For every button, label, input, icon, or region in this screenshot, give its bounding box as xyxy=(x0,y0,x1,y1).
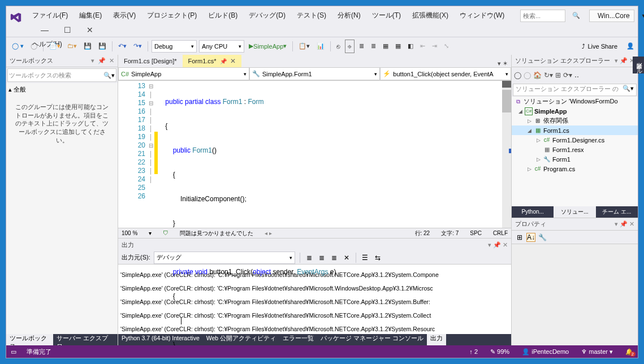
save-all-button[interactable]: 💾 xyxy=(96,40,109,53)
search-input[interactable] xyxy=(520,10,565,22)
maximize-button[interactable]: ☐ xyxy=(56,23,79,37)
diagnostics-tab[interactable]: 診断ツール xyxy=(633,57,644,73)
props-events-icon[interactable]: 🔧 xyxy=(538,233,547,242)
menu-view[interactable]: 表示(V) xyxy=(107,8,141,23)
status-ready-icon: ▭ xyxy=(11,348,16,356)
menu-extensions[interactable]: 拡張機能(X) xyxy=(407,8,454,23)
status-notifications-icon[interactable]: 🔔2 xyxy=(625,348,633,356)
toolbox-search[interactable]: ツールボックスの検索 🔍▾ xyxy=(7,68,116,82)
navigate-forward-button: ◯ xyxy=(28,40,40,53)
se-collapse-icon[interactable]: ‥ xyxy=(574,71,579,79)
btn-a: ⇤ xyxy=(418,40,427,53)
status-bar: ▭ 準備完了 ↑ 2 ✎ 99% 👤 iPentecDemo ♆ master … xyxy=(6,345,638,358)
props-sort-icon[interactable]: A↓ xyxy=(526,233,535,242)
navigate-back-button[interactable]: ◯ ▾ xyxy=(10,40,26,53)
code-editor[interactable]: 1314151617181920212223242526 ⊟│⊟││││⊟│││… xyxy=(118,81,511,228)
se-tab-team[interactable]: チーム エ... xyxy=(596,206,638,218)
se-fwd-icon[interactable]: ◯ xyxy=(524,71,531,79)
props-category-icon[interactable]: ⊞ xyxy=(515,233,524,242)
solution-explorer-search[interactable]: ソリューション エクスプローラー の🔍▾ xyxy=(513,84,637,96)
tab-toolbox[interactable]: ツールボックス xyxy=(6,334,53,345)
line-numbers: 1314151617181920212223242526 xyxy=(118,81,148,228)
window-title: Win...Core▼ xyxy=(589,10,634,22)
start-button[interactable]: ▶ SimpleApp ▾ xyxy=(247,40,289,53)
indent-button[interactable]: ≣ xyxy=(369,40,378,53)
profiler-button[interactable]: 📊 xyxy=(314,40,327,53)
account-icon[interactable]: 👤 xyxy=(626,42,634,50)
live-share-icon[interactable]: ⤴ xyxy=(582,43,585,50)
btn-b: ⇥ xyxy=(430,40,439,53)
menu-edit[interactable]: 編集(E) xyxy=(74,8,107,23)
status-user[interactable]: 👤 iPentecDemo xyxy=(522,348,569,356)
status-ready-text: 準備完了 xyxy=(27,348,51,356)
menu-project[interactable]: プロジェクト(P) xyxy=(141,8,202,23)
se-back-icon[interactable]: ◯ xyxy=(514,71,521,79)
tabs-overflow-dropdown[interactable]: ▾ ✶ xyxy=(494,60,511,67)
redo-button[interactable]: ↷▾ xyxy=(131,40,144,53)
se-sync-icon[interactable]: ↻▾ xyxy=(544,71,553,79)
se-tab-solution[interactable]: ソリュー... xyxy=(554,206,595,218)
new-project-button[interactable]: 📄▾ xyxy=(47,40,63,53)
step-into-button[interactable]: ≣ xyxy=(357,40,366,53)
search-icon[interactable]: 🔍 xyxy=(567,10,586,21)
menu-tools[interactable]: ツール(T) xyxy=(366,8,407,23)
toolbox-general-group[interactable]: ▴ 全般 xyxy=(8,85,115,94)
menu-debug[interactable]: デバッグ(D) xyxy=(243,8,291,23)
btn-c: ⤡ xyxy=(442,40,451,53)
uncomment-button[interactable]: ▦ xyxy=(393,40,403,53)
toolbox-dropdown-icon[interactable]: ▾ xyxy=(91,57,94,64)
bookmark-button[interactable]: ◧ xyxy=(405,40,416,53)
toolbox-empty-text: このグループには使用可能なコントロールがありません。項目をこのテキスト上にドラッ… xyxy=(8,94,115,153)
nav-class-combo[interactable]: 🔧SimpleApp.Form1▾ xyxy=(249,67,381,80)
se-home-icon[interactable]: 🏠 xyxy=(533,71,542,79)
solution-tree[interactable]: ⧉ソリューション 'WindowsFormDo ◢C#SimpleApp ▷⊞依… xyxy=(512,97,638,206)
se-showall-icon[interactable]: ⊞ xyxy=(555,71,561,79)
save-button[interactable]: 💾 xyxy=(81,40,94,53)
menu-analyze[interactable]: 分析(N) xyxy=(332,8,366,23)
menu-test[interactable]: テスト(S) xyxy=(291,8,332,23)
toolbox-header: ツールボックス ▾📌✕ xyxy=(6,55,118,67)
undo-button[interactable]: ↶▾ xyxy=(116,40,129,53)
status-branch[interactable]: ♆ master ▾ xyxy=(581,348,613,356)
platform-combo[interactable]: Any CPU▾ xyxy=(199,40,244,53)
status-changes[interactable]: ✎ 99% xyxy=(490,348,509,356)
tab-form-code[interactable]: Form1.cs*📌✕ xyxy=(183,55,241,67)
solution-explorer-toolbar: ◯ ◯ 🏠 ↻▾ ⊞ ⟳▾ ‥ xyxy=(512,67,638,83)
properties-header: プロパティ ▾ 📌 ✕ xyxy=(512,218,638,231)
pin-icon[interactable]: 📌 xyxy=(220,58,227,64)
live-share-label[interactable]: Live Share xyxy=(587,43,617,50)
close-icon[interactable]: ✕ xyxy=(230,57,236,65)
se-refresh-icon[interactable]: ⟳▾ xyxy=(563,71,572,79)
se-tab-python[interactable]: Python... xyxy=(512,206,554,218)
output-source-label: 出力元(S): xyxy=(122,253,150,262)
menu-window[interactable]: ウィンドウ(W) xyxy=(454,8,510,23)
tab-server-explorer[interactable]: サーバー エクスプロ... xyxy=(53,334,118,345)
config-combo[interactable]: Debug▾ xyxy=(152,40,197,53)
toolbox-close-icon[interactable]: ✕ xyxy=(109,57,114,64)
nav-project-combo[interactable]: C#SimpleApp▾ xyxy=(118,67,249,80)
solution-explorer-header: ソリューション エクスプローラー ▾ 📌 ✕ xyxy=(512,55,638,67)
nav-member-combo[interactable]: ⚡button1_Click(object sender, EventA▾ xyxy=(380,67,511,80)
vs-logo-icon xyxy=(10,11,27,24)
properties-grid[interactable] xyxy=(512,244,638,345)
menu-build[interactable]: ビルド(B) xyxy=(202,8,243,23)
properties-toolbar: ⊞ A↓ 🔧 xyxy=(512,231,638,244)
step-out-button[interactable]: ⎋ xyxy=(334,40,343,53)
open-button[interactable]: 🗀▾ xyxy=(65,40,79,53)
comment-button[interactable]: ▦ xyxy=(381,40,391,53)
minimize-button[interactable]: — xyxy=(33,23,56,37)
main-toolbar: ◯ ▾ ◯ 📄▾ 🗀▾ 💾 💾 ↶▾ ↷▾ Debug▾ Any CPU▾ ▶ … xyxy=(6,37,638,55)
editor-scrollbar[interactable] xyxy=(502,81,511,228)
zoom-level[interactable]: 100 % xyxy=(122,230,137,236)
search-icon: 🔍▾ xyxy=(103,72,115,79)
close-button[interactable]: ✕ xyxy=(79,23,101,37)
attach-process-button[interactable]: 📋▾ xyxy=(296,40,312,53)
menu-file[interactable]: ファイル(F) xyxy=(27,8,74,23)
toolbox-pin-icon[interactable]: 📌 xyxy=(98,57,106,64)
status-source-control[interactable]: ↑ 2 xyxy=(469,348,478,355)
step-over-button[interactable]: ⎆ xyxy=(345,40,355,53)
code-text[interactable]: public partial class Form1 : Form { publ… xyxy=(158,81,511,228)
fold-gutter[interactable]: ⊟│⊟││││⊟││││ xyxy=(148,81,154,228)
tab-form-design[interactable]: Form1.cs [Design]* xyxy=(118,55,183,67)
